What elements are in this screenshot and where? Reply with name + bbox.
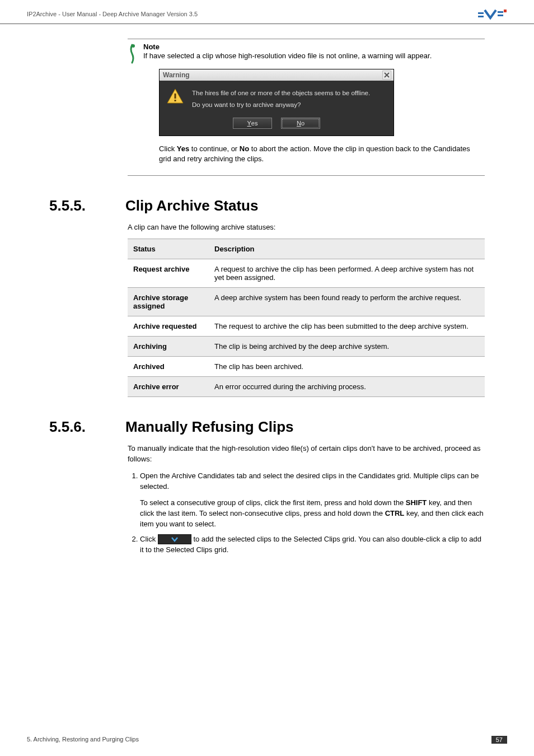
note-text: If have selected a clip whose high-resol… (143, 51, 479, 61)
section-number: 5.5.6. (49, 418, 111, 436)
svg-point-5 (132, 44, 135, 48)
note-block: Note If have selected a clip whose high-… (128, 39, 485, 176)
list-item: Open the Archive Candidates tab and sele… (140, 471, 485, 529)
steps-list: Open the Archive Candidates tab and sele… (128, 471, 485, 555)
warning-line2: Do you want to try to archive anyway? (192, 99, 370, 111)
warning-dialog: Warning (159, 69, 394, 136)
svg-rect-6 (175, 94, 176, 99)
footer-page: 57 (491, 736, 507, 744)
footer-chapter: 5. Archiving, Restoring and Purging Clip… (27, 736, 139, 744)
status-table: Status Description Request archive A req… (128, 239, 485, 397)
svg-rect-1 (478, 16, 484, 17)
list-item: Click to add the selected clips to the S… (140, 534, 485, 556)
info-icon (128, 43, 138, 68)
no-button[interactable]: No (281, 118, 320, 129)
svg-rect-0 (478, 12, 484, 14)
table-row: Archive storage assigned A deep archive … (128, 287, 485, 316)
table-row: Archiving The clip is being archived by … (128, 336, 485, 356)
warning-line1: The hires file of one or more of the obj… (192, 87, 370, 99)
page-header: IP2Archive - User Manual - Deep Archive … (0, 0, 534, 24)
evs-logo (478, 8, 507, 20)
section-title: Manually Refusing Clips (125, 418, 294, 436)
table-row: Archive requested The request to archive… (128, 316, 485, 336)
close-icon[interactable] (382, 71, 391, 80)
table-row: Archived The clip has been archived. (128, 356, 485, 376)
svg-rect-2 (498, 11, 503, 13)
section-555-intro: A clip can have the following archive st… (128, 222, 485, 233)
table-header-desc: Description (209, 239, 485, 259)
add-down-button[interactable] (158, 534, 191, 544)
table-row: Archive error An error occurred during t… (128, 376, 485, 396)
svg-rect-4 (504, 10, 507, 12)
note-continue-text: Click Yes to continue, or No to abort th… (159, 144, 479, 164)
svg-rect-3 (498, 15, 503, 16)
note-label: Note (143, 43, 479, 51)
warning-title: Warning (163, 71, 190, 79)
warning-triangle-icon (166, 87, 184, 105)
section-556-intro: To manually indicate that the high-resol… (128, 444, 485, 465)
warning-titlebar: Warning (160, 69, 394, 81)
header-title: IP2Archive - User Manual - Deep Archive … (27, 11, 198, 17)
svg-rect-7 (175, 100, 176, 101)
table-header-status: Status (128, 239, 209, 259)
section-555-heading: 5.5.5. Clip Archive Status (49, 197, 485, 214)
yes-button[interactable]: Yes (233, 118, 272, 129)
section-556-heading: 5.5.6. Manually Refusing Clips (49, 418, 485, 436)
section-number: 5.5.5. (49, 197, 111, 214)
page-footer: 5. Archiving, Restoring and Purging Clip… (27, 736, 507, 744)
section-title: Clip Archive Status (125, 197, 258, 214)
table-row: Request archive A request to archive the… (128, 259, 485, 287)
